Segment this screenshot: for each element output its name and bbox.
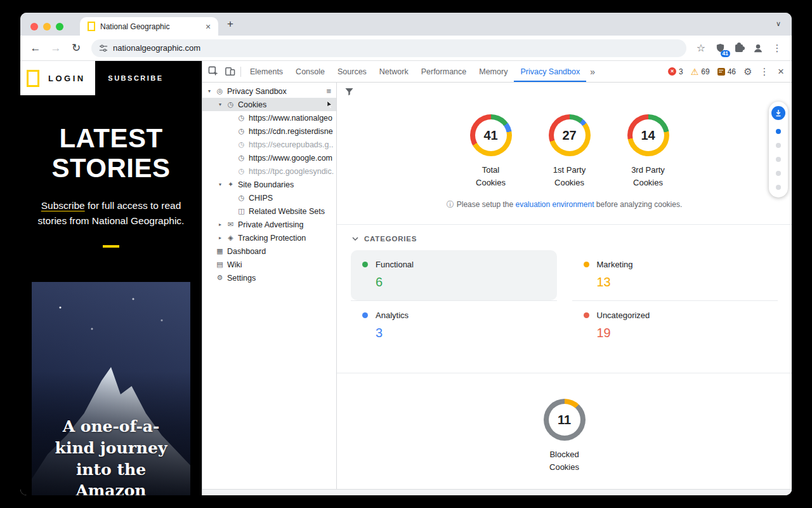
category-dot-icon — [362, 312, 368, 318]
extensions-puzzle-icon[interactable] — [731, 40, 747, 57]
tree-item-label: Settings — [227, 274, 334, 283]
devtools-tabs: ElementsConsoleSourcesNetworkPerformance… — [244, 61, 586, 82]
omnibox[interactable]: nationalgeographic.com — [91, 39, 686, 57]
chevron-down-icon[interactable]: ▾ — [217, 182, 223, 187]
category-name: Functional — [376, 260, 414, 269]
nav-dot-3[interactable] — [776, 171, 781, 176]
close-window-button[interactable] — [30, 23, 38, 30]
bookmark-star-icon[interactable]: ☆ — [693, 40, 709, 57]
tree-item-label: Dashboard — [227, 247, 334, 256]
tree-item-label: https://tpc.googlesyndic... — [249, 167, 334, 176]
privacy-sandbox-panel: 41 TotalCookies 27 1st PartyCookies 14 3… — [337, 83, 792, 489]
chevron-down-icon[interactable]: ▾ — [217, 102, 223, 107]
tree-item[interactable]: ◷https://securepubads.g... — [202, 138, 336, 151]
tree-item-label: Privacy Sandbox — [227, 87, 324, 96]
tree-item[interactable]: ◫Related Website Sets — [202, 204, 336, 218]
subscribe-button[interactable]: SUBSCRIBE — [95, 61, 176, 95]
category-card-marketing[interactable]: Marketing13 — [572, 250, 778, 300]
category-count: 13 — [597, 275, 767, 290]
clock-icon: ◷ — [237, 140, 246, 149]
tree-item[interactable]: ▤Wiki — [202, 258, 336, 271]
devtools-tab-elements[interactable]: Elements — [244, 61, 289, 82]
wiki-icon: ▤ — [215, 260, 225, 269]
devtools-tab-memory[interactable]: Memory — [473, 61, 514, 82]
browser-menu-icon[interactable]: ⋮ — [769, 40, 785, 57]
devtools-tab-performance[interactable]: Performance — [415, 61, 473, 82]
profile-avatar-icon[interactable] — [750, 40, 766, 57]
device-toolbar-icon[interactable] — [221, 61, 238, 82]
categories-section: CATEGORIES Functional6Marketing13Analyti… — [337, 224, 792, 351]
tree-item[interactable]: ▾◎Privacy Sandbox≡ — [202, 84, 336, 98]
category-card-uncategorized[interactable]: Uncategorized19 — [572, 301, 778, 351]
warning-icon: ⚠ — [691, 67, 699, 76]
error-counter[interactable]: ×3 — [668, 67, 683, 76]
tree-item[interactable]: ▸✉Private Advertising — [202, 218, 336, 231]
tree-item-label: https://securepubads.g... — [249, 140, 334, 149]
subscribe-link[interactable]: Subscribe — [41, 200, 85, 211]
tree-item[interactable]: ◷https://www.nationalgeo — [202, 111, 336, 124]
tab-close-icon[interactable]: × — [203, 22, 213, 32]
site-settings-icon[interactable] — [99, 44, 108, 53]
category-card-analytics[interactable]: Analytics3 — [351, 301, 557, 351]
tree-item[interactable]: ▦Dashboard — [202, 244, 336, 258]
hero-image[interactable]: A one-of-a-kind journey into the Amazon — [32, 282, 190, 495]
chevron-right-icon[interactable]: ▸ — [217, 222, 223, 227]
devtools-close-icon[interactable]: × — [773, 61, 789, 82]
category-card-functional[interactable]: Functional6 — [351, 250, 557, 300]
devtools-menu-icon[interactable]: ⋮ — [756, 61, 773, 82]
tree-item[interactable]: ◷https://tpc.googlesyndic... — [202, 164, 336, 178]
setup-note: ⓘPlease setup the evaluation environment… — [337, 199, 792, 210]
nav-dot-0[interactable] — [776, 129, 781, 134]
zoom-window-button[interactable] — [56, 23, 63, 30]
category-name: Analytics — [376, 311, 409, 320]
tree-item[interactable]: ◷https://www.google.com — [202, 151, 336, 164]
categories-header[interactable]: CATEGORIES — [337, 225, 792, 250]
devtools-tab-console[interactable]: Console — [289, 61, 331, 82]
forward-button[interactable]: → — [47, 39, 65, 57]
tree-item[interactable]: ⚙Settings — [202, 271, 336, 284]
inspect-element-icon[interactable] — [205, 61, 221, 82]
privacy-extension-icon[interactable]: 41 — [712, 40, 728, 57]
chevron-right-icon[interactable]: ▸ — [217, 235, 223, 241]
section-divider — [337, 373, 792, 373]
more-tabs-icon[interactable]: » — [586, 61, 599, 82]
donut-label: BlockedCookies — [533, 448, 596, 474]
nav-dot-4[interactable] — [776, 185, 781, 190]
category-count: 3 — [376, 326, 546, 340]
category-dot-icon — [584, 312, 589, 318]
tree-item[interactable]: ▸◈Tracking Protection — [202, 231, 336, 244]
chevron-down-icon[interactable]: ▾ — [206, 88, 213, 94]
donut-first-party-cookies: 27 1st PartyCookies — [538, 114, 601, 189]
minimize-window-button[interactable] — [43, 23, 51, 30]
clock-icon: ◷ — [237, 154, 246, 162]
horizontal-scrollbar[interactable] — [202, 489, 792, 495]
devtools-tab-sources[interactable]: Sources — [331, 61, 373, 82]
evaluation-environment-link[interactable]: evaluation environment — [515, 200, 594, 209]
tree-item[interactable]: ◷CHIPS — [202, 191, 336, 204]
nav-dot-1[interactable] — [776, 143, 781, 148]
natgeo-logo[interactable] — [27, 70, 39, 87]
donut-ring: 27 — [549, 114, 591, 156]
filter-funnel-icon[interactable] — [344, 87, 354, 97]
back-button[interactable]: ← — [27, 39, 44, 57]
login-link[interactable]: LOGIN — [48, 74, 86, 83]
tree-item-label: https://www.nationalgeo — [249, 114, 334, 123]
new-tab-button[interactable]: + — [222, 16, 239, 32]
tab-strip: National Geographic × + ∨ — [20, 13, 792, 36]
tree-item[interactable]: ▾✦Site Boundaries — [202, 178, 336, 191]
devtools-tab-privacy-sandbox[interactable]: Privacy Sandbox — [514, 61, 586, 82]
sidebar-menu-icon[interactable]: ≡ — [326, 86, 334, 96]
tab-search-chevron-icon[interactable]: ∨ — [771, 17, 785, 30]
tree-item[interactable]: ▾◷Cookies — [202, 98, 336, 111]
nav-dot-2[interactable] — [776, 157, 781, 162]
browser-tab[interactable]: National Geographic × — [80, 17, 218, 36]
tree-item-label: https://cdn.registerdisne — [249, 127, 334, 136]
tree-item-label: Private Advertising — [238, 220, 334, 229]
reload-button[interactable]: ↻ — [67, 39, 85, 57]
devtools-settings-icon[interactable]: ⚙ — [740, 61, 756, 82]
download-button[interactable] — [771, 106, 785, 120]
tree-item[interactable]: ◷https://cdn.registerdisne — [202, 124, 336, 138]
warning-counter[interactable]: ⚠69 — [691, 67, 710, 76]
devtools-tab-network[interactable]: Network — [373, 61, 415, 82]
issues-counter[interactable]: 46 — [717, 67, 736, 76]
